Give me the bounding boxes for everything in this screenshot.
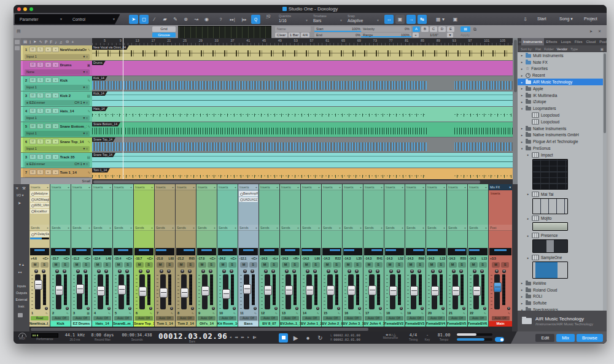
record-arm-knob[interactable] <box>118 269 122 273</box>
sends-area[interactable] <box>217 231 238 248</box>
tree-item[interactable]: ▸Note FX <box>518 59 603 66</box>
close-mixer-icon[interactable]: ✕ <box>15 186 18 191</box>
mute-button[interactable]: M <box>407 262 415 268</box>
close-panel-icon[interactable]: ✕ <box>598 29 601 33</box>
solo-button[interactable]: S <box>270 262 278 268</box>
solo-button[interactable]: S <box>208 262 216 268</box>
output-knob[interactable] <box>212 307 215 310</box>
record-arm-button[interactable]: ● <box>45 154 52 160</box>
autoscroll-icon[interactable]: ↔ <box>384 15 394 24</box>
mixer-channel-3[interactable]: Inserts+Sends+-11.2<C>MS3▦Auto: OffEZ Dr… <box>71 184 91 327</box>
solo-button[interactable]: S <box>103 262 111 268</box>
track-tool-icon-5[interactable]: F <box>50 40 52 44</box>
mute-tool-icon[interactable]: ⊗ <box>181 15 190 24</box>
inserts-area[interactable] <box>196 190 217 225</box>
inserts-area[interactable] <box>363 190 384 225</box>
inserts-header[interactable]: Inserts+ <box>217 184 238 190</box>
fader-track[interactable] <box>119 274 124 309</box>
pan-value[interactable]: L13 <box>440 257 445 260</box>
track-input-selector[interactable]: Input 1▾ ○ <box>25 85 90 90</box>
track-name[interactable]: Kick 2 <box>60 94 87 98</box>
volume-value[interactable]: -14.3 <box>406 257 413 260</box>
monitor-button[interactable]: ◂ <box>52 139 59 145</box>
tree-item[interactable]: ▸Plogue Art et Technologie <box>518 138 603 145</box>
pan-display[interactable] <box>406 248 425 255</box>
tree-item[interactable]: ▸Multi Instruments <box>518 52 603 59</box>
channel-name-label[interactable]: Tom 2_14 <box>176 321 196 327</box>
song-page-button[interactable]: Song ▾ <box>555 15 577 23</box>
fader-track[interactable] <box>494 274 500 309</box>
monitor-knob[interactable] <box>480 269 484 273</box>
record-arm-button[interactable]: ● <box>45 77 52 83</box>
sends-header[interactable]: Sends+ <box>322 225 342 231</box>
arrangement-timeline[interactable]: 5913172125293337414549535761656973778185… <box>92 38 513 184</box>
sends-header[interactable]: Sends+ <box>134 225 154 231</box>
automation-mode-button[interactable]: Auto: Off <box>302 316 320 320</box>
pan-value[interactable]: <C> <box>64 257 69 260</box>
prev-marker-button[interactable]: ◂ <box>230 335 231 339</box>
automation-mode-button[interactable]: Read <box>31 316 49 320</box>
pan-display[interactable] <box>489 248 511 255</box>
mixer-channel-9[interactable]: Inserts+Sends+-17.0<C>MS9∿Auto: OffOH's_… <box>196 184 217 327</box>
listen-tool-icon[interactable]: ◉ <box>202 15 211 24</box>
sends-header[interactable]: Sends+ <box>447 225 467 231</box>
inserts-area[interactable] <box>217 190 238 225</box>
volume-value[interactable]: +3.5 <box>490 257 496 260</box>
automation-mode-button[interactable]: Auto: Off <box>156 316 174 320</box>
tree-item[interactable]: ▸iZotope <box>518 99 603 106</box>
sends-area[interactable] <box>196 231 217 248</box>
performance-meter[interactable]: Performance <box>31 333 59 341</box>
sends-header[interactable]: Sends+ <box>71 225 91 231</box>
fader-cap[interactable] <box>160 288 168 298</box>
record-arm-knob[interactable] <box>160 269 163 273</box>
mixer-channel-15[interactable]: Inserts+Sends+-14.3R22MS15∿Auto: OffBV J… <box>322 184 342 327</box>
sends-area[interactable] <box>405 231 426 248</box>
volume-value[interactable]: -11.2 <box>72 257 79 260</box>
tree-item[interactable]: ▸Presence <box>518 232 603 239</box>
mute-button[interactable]: M <box>303 262 311 268</box>
pan-value[interactable]: L35 <box>356 257 362 260</box>
cursor-icon[interactable]: ➤ <box>18 201 21 206</box>
pan-display[interactable] <box>51 248 70 255</box>
record-arm-knob[interactable] <box>264 269 268 273</box>
record-arm-knob[interactable] <box>348 269 351 273</box>
parameter-dropdown[interactable]: Parameter▼ <box>15 14 68 25</box>
solo-button[interactable]: S <box>291 262 299 268</box>
tree-item[interactable]: ▸Native Instruments GmbH <box>518 132 603 139</box>
automation-mode-button[interactable]: Auto: Off <box>344 316 362 320</box>
plugin-thumbnail-mojito[interactable] <box>532 222 568 231</box>
inserts-header[interactable]: Inserts+ <box>50 184 71 190</box>
fader-track[interactable] <box>202 274 208 309</box>
tree-item[interactable]: Loopcloud <box>518 118 603 125</box>
metronome-controls[interactable]: ◂▸ ≡ ♪ △Metronome <box>377 333 404 340</box>
inserts-area[interactable] <box>92 190 112 225</box>
output-knob[interactable] <box>507 307 510 310</box>
mute-button[interactable]: M <box>219 262 227 268</box>
output-knob[interactable] <box>149 307 152 310</box>
tree-arrow-icon[interactable]: ▸ <box>520 53 524 57</box>
tree-item[interactable]: ▸AIR Music Technology <box>518 79 603 85</box>
solo-button[interactable]: S <box>312 262 320 268</box>
fader-cap[interactable] <box>264 285 272 295</box>
solo-button[interactable]: S <box>124 262 132 268</box>
track-input-selector[interactable]: Input 1▾ ○ <box>25 54 90 60</box>
channel-name-label[interactable]: FemaleBV5_03 <box>447 321 467 327</box>
record-arm-knob[interactable] <box>139 269 142 273</box>
monitor-knob[interactable] <box>438 269 442 273</box>
mixer-channel-6[interactable]: Inserts+Sends+-10.7<C>MS6∿Auto: OffSnare… <box>134 184 154 327</box>
sends-header[interactable]: Sends+ <box>217 225 238 231</box>
record-arm-knob[interactable] <box>285 269 289 273</box>
browser-tab-loops[interactable]: Loops <box>559 38 572 45</box>
record-arm-knob[interactable] <box>410 269 414 273</box>
sends-area[interactable] <box>489 231 512 248</box>
pan-value[interactable]: R55 <box>460 257 466 260</box>
inserts-header[interactable]: Inserts+ <box>322 184 342 190</box>
monitor-knob[interactable] <box>251 269 254 273</box>
eraser-tool-icon[interactable]: ▰ <box>160 15 169 24</box>
tree-item[interactable]: ▸IK Multimedia <box>518 92 603 99</box>
mute-button[interactable]: M <box>344 262 352 268</box>
solo-button[interactable]: S <box>41 262 49 268</box>
automation-mode-button[interactable]: Auto: Off <box>448 316 466 320</box>
output-knob[interactable] <box>45 307 48 310</box>
record-arm-knob[interactable] <box>201 269 205 273</box>
